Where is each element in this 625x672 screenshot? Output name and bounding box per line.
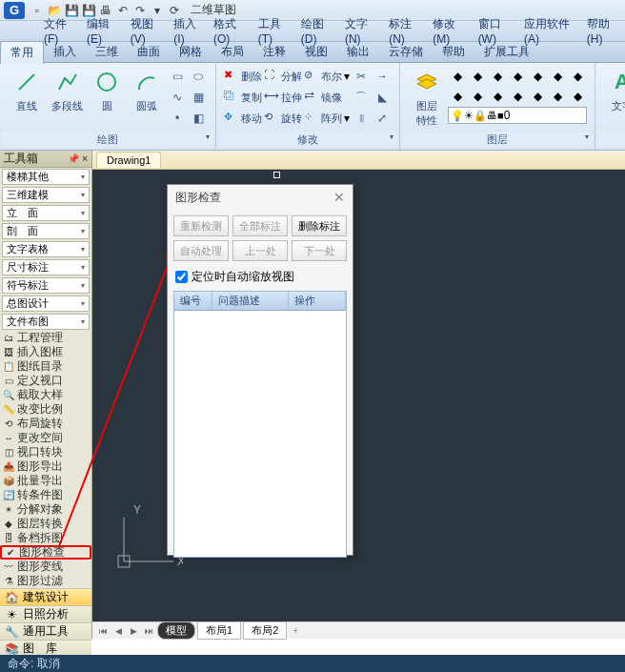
drop-texttable[interactable]: 文字表格 <box>2 241 90 257</box>
recheck-button[interactable]: 重新检测 <box>173 215 229 236</box>
layer-icon[interactable]: ◆ <box>508 87 527 106</box>
layer-icon[interactable]: ◆ <box>488 87 507 106</box>
move-button[interactable]: ✥移动 <box>224 109 262 128</box>
drop-general[interactable]: 总图设计 <box>2 295 90 312</box>
rotate-button[interactable]: ⟲旋转 <box>264 109 302 128</box>
tab-insert[interactable]: 插入 <box>44 41 86 63</box>
add-tab-icon[interactable]: + <box>289 624 302 638</box>
delmark-button[interactable]: 删除标注 <box>292 215 347 236</box>
polyline-button[interactable]: 多段线 <box>48 67 86 113</box>
item-space[interactable]: ↔更改空间 <box>0 431 91 445</box>
layer-icon[interactable]: ◆ <box>548 87 567 106</box>
extend-icon[interactable]: → <box>373 67 392 86</box>
item-rotate[interactable]: ⟲布局旋转 <box>0 417 91 431</box>
next-button[interactable]: 下一处 <box>292 240 347 261</box>
autozoom-checkbox[interactable]: 定位时自动缩放视图 <box>168 267 353 287</box>
layer-icon[interactable]: ◆ <box>488 67 507 86</box>
item-archive[interactable]: 🗄备档拆图 <box>0 531 91 545</box>
drop-section[interactable]: 剖 面 <box>2 223 90 239</box>
item-detail[interactable]: 🔍截取大样 <box>0 388 91 402</box>
tab-3d[interactable]: 三维 <box>86 41 128 63</box>
circle-button[interactable]: 圆 <box>88 67 126 113</box>
rect-icon[interactable]: ▭ <box>168 67 187 86</box>
tab-view[interactable]: 视图 <box>295 41 337 63</box>
ellipse-icon[interactable]: ⬭ <box>189 67 208 86</box>
point-icon[interactable]: • <box>168 109 187 128</box>
item-toline[interactable]: 〰图形变线 <box>0 560 91 574</box>
item-project[interactable]: 🗂工程管理 <box>0 331 91 345</box>
tab-ext[interactable]: 扩展工具 <box>474 41 539 63</box>
offset-icon[interactable]: ⫴ <box>352 109 371 128</box>
mirror-button[interactable]: ⮂镜像 <box>304 88 350 107</box>
tab-layout[interactable]: 布局 <box>212 41 253 63</box>
col-op[interactable]: 操作 <box>289 292 346 310</box>
cat-arch[interactable]: 🏠建筑设计 <box>0 588 91 605</box>
layer-props-button[interactable]: 图层 特性 <box>408 67 446 128</box>
cat-common[interactable]: 🔧通用工具 <box>0 622 91 640</box>
item-check[interactable]: ✔图形检查 <box>0 545 91 560</box>
item-export[interactable]: 📤图形导出 <box>0 459 91 474</box>
close-icon[interactable]: ✕ <box>333 190 345 205</box>
explode-button[interactable]: ⛶分解 <box>264 67 302 86</box>
tab-model[interactable]: 模型 <box>157 621 195 640</box>
drop-stair[interactable]: 楼梯其他 <box>2 169 90 185</box>
item-convert[interactable]: 🔄转条件图 <box>0 488 91 502</box>
chamfer-icon[interactable]: ◣ <box>373 88 392 107</box>
array-button[interactable]: ⁘阵列▾ <box>304 109 350 128</box>
prev-icon[interactable]: ◀ <box>111 624 125 638</box>
item-batch[interactable]: 📦批量导出 <box>0 474 91 488</box>
tab-home[interactable]: 常用 <box>0 41 44 64</box>
arc-button[interactable]: 圆弧 <box>128 67 166 113</box>
drop-symbol[interactable]: 符号标注 <box>2 277 90 294</box>
drop-3d[interactable]: 三维建模 <box>2 187 90 203</box>
delete-button[interactable]: ✖删除 <box>224 67 262 86</box>
layer-icon[interactable]: ◆ <box>468 87 487 106</box>
item-scale[interactable]: 📏改变比例 <box>0 402 91 417</box>
tab-output[interactable]: 输出 <box>337 41 379 63</box>
tab-mesh[interactable]: 网格 <box>170 41 212 63</box>
layer-icon[interactable]: ◆ <box>568 67 587 86</box>
region-icon[interactable]: ◧ <box>189 109 208 128</box>
item-layerconv[interactable]: ◆图层转换 <box>0 517 91 531</box>
layer-icon[interactable]: ◆ <box>508 67 527 86</box>
layer-selector[interactable]: 💡☀🔒🖶■ 0 <box>448 107 587 124</box>
spline-icon[interactable]: ∿ <box>168 88 187 107</box>
item-index[interactable]: 📋图纸目录 <box>0 359 91 374</box>
tab-annotate[interactable]: 注释 <box>253 41 295 63</box>
copy-button[interactable]: ⿻复制 <box>224 88 262 107</box>
first-icon[interactable]: ⏮ <box>96 624 110 638</box>
col-desc[interactable]: 问题描述 <box>212 292 289 310</box>
app-logo[interactable]: G <box>4 2 25 19</box>
drawing-canvas[interactable]: 图形检查✕ 重新检测 全部标注 删除标注 自动处理 上一处 下一处 定位时自动缩… <box>92 170 625 621</box>
layer-icon[interactable]: ◆ <box>528 87 547 106</box>
hatch-icon[interactable]: ▦ <box>189 88 208 107</box>
layer-icon[interactable]: ◆ <box>548 67 567 86</box>
scale-icon[interactable]: ⤢ <box>373 109 392 128</box>
stretch-button[interactable]: ⟷拉伸 <box>264 88 302 107</box>
line-button[interactable]: 直线 <box>8 67 46 113</box>
tab-surface[interactable]: 曲面 <box>128 41 170 63</box>
item-viewport[interactable]: ▭定义视口 <box>0 374 91 388</box>
item-explode[interactable]: ✴分解对象 <box>0 502 91 517</box>
menu-help[interactable]: 帮助(H) <box>581 14 625 48</box>
layer-icon[interactable]: ◆ <box>448 67 467 86</box>
layer-icon[interactable]: ◆ <box>448 87 467 106</box>
tab-layout1[interactable]: 布局1 <box>197 621 241 640</box>
cat-sun[interactable]: ☀日照分析 <box>0 605 91 622</box>
prev-button[interactable]: 上一处 <box>232 240 288 261</box>
item-frame[interactable]: 🖼插入图框 <box>0 345 91 359</box>
tab-cloud[interactable]: 云存储 <box>379 41 433 63</box>
tab-layout2[interactable]: 布局2 <box>243 621 287 640</box>
drop-dim[interactable]: 尺寸标注 <box>2 259 90 275</box>
fillet-icon[interactable]: ⌒ <box>352 88 371 107</box>
last-icon[interactable]: ⏭ <box>142 624 155 638</box>
text-button[interactable]: A文字 <box>603 67 625 113</box>
trim-icon[interactable]: ✂ <box>352 67 371 86</box>
drop-file[interactable]: 文件布图 <box>2 314 90 330</box>
markall-button[interactable]: 全部标注 <box>232 215 288 236</box>
layer-icon[interactable]: ◆ <box>568 87 587 106</box>
item-filter[interactable]: ⚗图形过滤 <box>0 574 91 588</box>
bool-button[interactable]: ⊘布尔▾ <box>304 67 350 86</box>
drop-elev[interactable]: 立 面 <box>2 205 90 221</box>
pin-icon[interactable]: 📌 × <box>68 153 88 164</box>
